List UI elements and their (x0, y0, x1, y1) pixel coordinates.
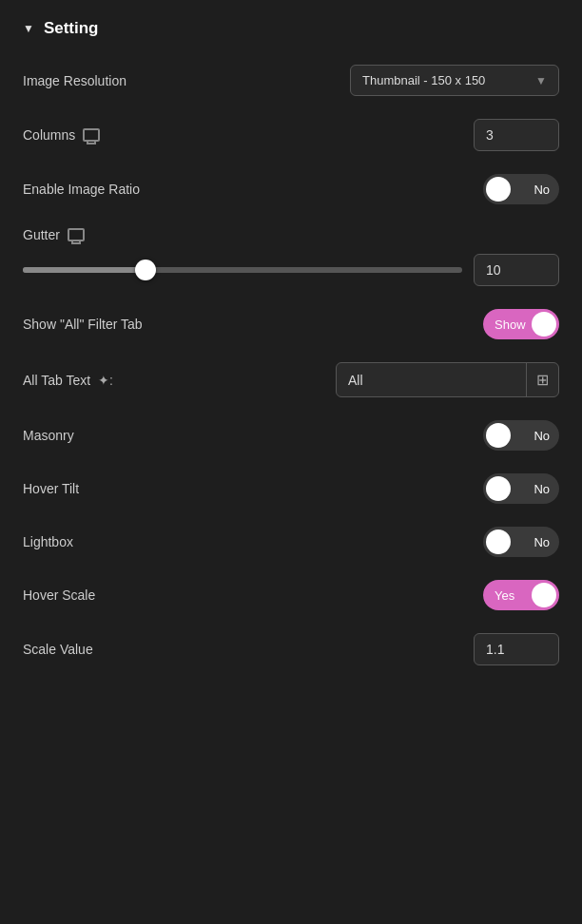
all-tab-text-input[interactable] (337, 365, 526, 395)
all-tab-text-label: All Tab Text ✦: (23, 373, 113, 388)
toggle-label: Yes (495, 588, 514, 603)
ai-sparkle-icon: ✦: (98, 373, 113, 388)
masonry-row: Masonry No (23, 420, 559, 451)
toggle-label: No (534, 429, 550, 443)
columns-label: Columns (23, 127, 100, 143)
toggle-label: No (534, 535, 550, 549)
hover-scale-toggle[interactable]: Yes (483, 580, 559, 610)
panel-header: ▼ Setting (23, 19, 559, 38)
all-tab-text-input-wrapper: ⊞ (336, 362, 559, 397)
gutter-controls: 10 (23, 254, 559, 286)
scale-value-input[interactable]: 1.1 (474, 633, 559, 665)
gutter-header: Gutter (23, 227, 559, 242)
hover-tilt-row: Hover Tilt No (23, 473, 559, 504)
hover-scale-row: Hover Scale Yes (23, 580, 559, 610)
image-resolution-label: Image Resolution (23, 73, 126, 88)
dropdown-arrow-icon: ▼ (535, 74, 547, 87)
gutter-slider-fill (23, 267, 146, 273)
scale-value-row: Scale Value 1.1 (23, 633, 559, 665)
stack-icon: ⊞ (536, 371, 549, 389)
masonry-toggle[interactable]: No (483, 420, 559, 451)
toggle-knob (486, 476, 511, 501)
masonry-label: Masonry (23, 428, 74, 443)
image-resolution-value: Thumbnail - 150 x 150 (362, 73, 485, 87)
lightbox-row: Lightbox No (23, 527, 559, 557)
toggle-label: No (534, 482, 550, 496)
scale-value-label: Scale Value (23, 642, 93, 657)
settings-panel: ▼ Setting Image Resolution Thumbnail - 1… (0, 0, 582, 707)
show-all-filter-tab-row: Show "All" Filter Tab Show (23, 309, 559, 339)
hover-scale-label: Hover Scale (23, 587, 95, 603)
toggle-label: No (534, 183, 550, 197)
monitor-icon (83, 128, 100, 142)
enable-image-ratio-toggle[interactable]: No (483, 174, 559, 204)
gutter-slider-track (23, 267, 462, 273)
toggle-knob (532, 312, 556, 337)
show-all-filter-tab-toggle[interactable]: Show (483, 309, 559, 339)
gutter-label: Gutter (23, 227, 85, 242)
hover-tilt-label: Hover Tilt (23, 481, 79, 496)
toggle-label: Show (495, 318, 526, 332)
toggle-knob (486, 423, 511, 448)
enable-image-ratio-row: Enable Image Ratio No (23, 174, 559, 204)
toggle-knob (486, 177, 511, 202)
image-resolution-row: Image Resolution Thumbnail - 150 x 150 ▼ (23, 65, 559, 96)
panel-title: Setting (44, 19, 99, 38)
stack-icon-wrapper[interactable]: ⊞ (526, 363, 558, 396)
gutter-slider-thumb[interactable] (135, 260, 156, 280)
gutter-section: Gutter 10 (23, 227, 559, 286)
show-all-filter-tab-label: Show "All" Filter Tab (23, 317, 143, 332)
all-tab-text-row: All Tab Text ✦: ⊞ (23, 362, 559, 397)
gutter-slider-wrapper[interactable] (23, 260, 462, 280)
toggle-knob (532, 583, 556, 607)
enable-image-ratio-label: Enable Image Ratio (23, 182, 140, 197)
lightbox-label: Lightbox (23, 534, 73, 549)
image-resolution-dropdown[interactable]: Thumbnail - 150 x 150 ▼ (350, 65, 559, 96)
gutter-monitor-icon (68, 228, 85, 241)
gutter-input[interactable]: 10 (474, 254, 559, 286)
columns-input[interactable]: 3 (474, 119, 559, 151)
columns-row: Columns 3 (23, 119, 559, 151)
toggle-knob (486, 529, 511, 554)
hover-tilt-toggle[interactable]: No (483, 473, 559, 504)
lightbox-toggle[interactable]: No (483, 527, 559, 557)
chevron-icon[interactable]: ▼ (23, 22, 34, 35)
